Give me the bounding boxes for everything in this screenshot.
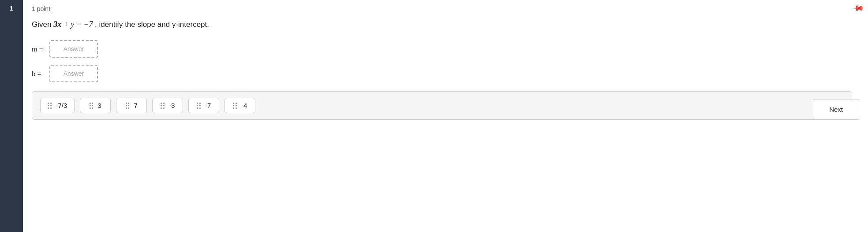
slope-label: m = xyxy=(32,45,45,53)
drag-chip-chip-4[interactable]: -3 xyxy=(152,98,183,113)
drag-chip-value: 7 xyxy=(134,102,137,109)
points-label: 1 point xyxy=(32,5,859,12)
next-button[interactable]: Next xyxy=(813,99,859,120)
drag-chip-value: -4 xyxy=(241,102,247,109)
drag-dots-icon xyxy=(197,103,201,109)
question-text-suffix: , identify the slope and y-intercept. xyxy=(95,20,209,29)
drag-dots-icon xyxy=(233,103,237,109)
question-block: 1 📌 1 point Given 3x + y = −7 , identify… xyxy=(0,0,868,232)
drag-chip-value: -3 xyxy=(169,102,175,109)
intercept-answer-placeholder: Answer xyxy=(64,70,84,77)
slope-answer-placeholder: Answer xyxy=(64,45,84,52)
intercept-row: b = Answer xyxy=(32,65,859,82)
drag-chip-chip-6[interactable]: -4 xyxy=(224,98,255,113)
drag-dots-icon xyxy=(126,103,130,109)
drag-options-container: -7/337-3-7-4 xyxy=(32,91,852,120)
question-text-prefix: Given xyxy=(32,20,53,29)
drag-chip-value: -7/3 xyxy=(56,102,67,109)
drag-dots-icon xyxy=(90,103,94,109)
slope-row: m = Answer xyxy=(32,40,859,58)
pin-icon: 📌 xyxy=(851,1,864,15)
drag-chip-chip-5[interactable]: -7 xyxy=(188,98,219,113)
question-content: 📌 1 point Given 3x + y = −7 , identify t… xyxy=(23,0,868,129)
drag-chip-chip-3[interactable]: 7 xyxy=(116,98,147,113)
intercept-label: b = xyxy=(32,70,45,77)
drag-chip-chip-2[interactable]: 3 xyxy=(80,98,111,113)
question-text: Given 3x + y = −7 , identify the slope a… xyxy=(32,18,859,30)
drag-chip-chip-1[interactable]: -7/3 xyxy=(40,98,75,113)
drag-chip-value: 3 xyxy=(97,102,101,109)
equation-display: 3x + y = −7 xyxy=(53,20,95,29)
slope-answer-box[interactable]: Answer xyxy=(49,40,98,58)
intercept-answer-box[interactable]: Answer xyxy=(49,65,98,82)
drag-chip-value: -7 xyxy=(205,102,211,109)
drag-dots-icon xyxy=(48,103,52,109)
page-container: 1 📌 1 point Given 3x + y = −7 , identify… xyxy=(0,0,868,232)
drag-dots-icon xyxy=(161,103,165,109)
question-number: 1 xyxy=(10,4,13,12)
question-number-badge: 1 xyxy=(0,0,23,232)
